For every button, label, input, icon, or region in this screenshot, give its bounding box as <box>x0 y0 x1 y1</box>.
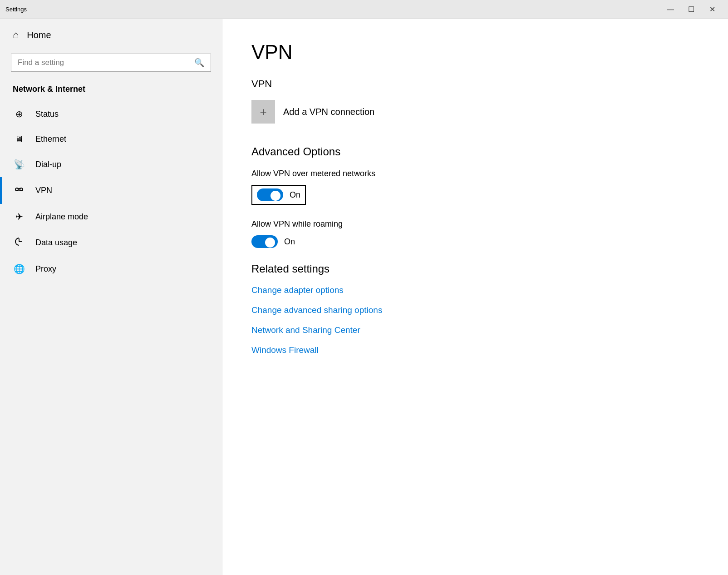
link-change-adapter[interactable]: Change adapter options <box>251 285 699 295</box>
home-icon: ⌂ <box>13 29 19 41</box>
main-layout: ⌂ Home 🔍 Network & Internet ⊕ Status 🖥 E… <box>0 19 728 575</box>
add-vpn-plus-icon: + <box>251 100 275 124</box>
link-windows-firewall[interactable]: Windows Firewall <box>251 345 699 355</box>
vpn-section-label: VPN <box>251 78 699 90</box>
related-settings-title: Related settings <box>251 263 699 275</box>
sidebar-item-home[interactable]: ⌂ Home <box>0 19 222 51</box>
sidebar-item-datausage[interactable]: Data usage <box>0 229 222 256</box>
option2-label: Allow VPN while roaming <box>251 219 699 229</box>
link-advanced-sharing[interactable]: Change advanced sharing options <box>251 305 699 315</box>
toggle1-state: On <box>290 190 300 200</box>
sidebar-section-title: Network & Internet <box>0 81 222 101</box>
toggle2-state: On <box>284 237 295 247</box>
toggle1-knob <box>271 191 280 201</box>
toggle2-knob <box>265 238 275 248</box>
toggle2-switch[interactable] <box>251 235 278 248</box>
search-icon: 🔍 <box>194 58 204 68</box>
ethernet-icon: 🖥 <box>13 134 25 144</box>
sidebar-item-dialup[interactable]: 📡 Dial-up <box>0 152 222 177</box>
sidebar-item-proxy[interactable]: 🌐 Proxy <box>0 256 222 282</box>
sidebar-item-dialup-label: Dial-up <box>35 160 61 169</box>
sidebar-search-box[interactable]: 🔍 <box>11 54 211 72</box>
sidebar-item-status-label: Status <box>35 109 59 119</box>
proxy-icon: 🌐 <box>13 263 25 274</box>
close-button[interactable]: ✕ <box>702 0 723 19</box>
toggle1-switch[interactable] <box>257 188 283 201</box>
title-bar: Settings — ☐ ✕ <box>0 0 728 19</box>
page-title: VPN <box>251 41 699 64</box>
airplane-icon: ✈ <box>13 211 25 222</box>
link-network-sharing-center[interactable]: Network and Sharing Center <box>251 325 699 335</box>
toggle1-row: On <box>251 185 699 205</box>
minimize-button[interactable]: — <box>660 0 681 19</box>
toggle1-focus-box: On <box>251 185 306 205</box>
home-label: Home <box>27 30 51 40</box>
sidebar-item-datausage-label: Data usage <box>35 238 77 248</box>
option1-label: Allow VPN over metered networks <box>251 169 699 178</box>
advanced-options-title: Advanced Options <box>251 145 699 158</box>
datausage-icon <box>13 237 25 249</box>
vpn-icon <box>13 184 25 197</box>
sidebar-item-vpn-label: VPN <box>35 186 52 195</box>
add-vpn-label: Add a VPN connection <box>283 107 374 117</box>
svg-point-1 <box>20 188 23 191</box>
maximize-button[interactable]: ☐ <box>681 0 702 19</box>
sidebar-item-status[interactable]: ⊕ Status <box>0 101 222 127</box>
sidebar-item-airplane-label: Airplane mode <box>35 212 88 222</box>
dialup-icon: 📡 <box>13 159 25 170</box>
status-icon: ⊕ <box>13 109 25 119</box>
sidebar-item-vpn[interactable]: VPN <box>0 177 222 204</box>
svg-point-0 <box>15 188 18 191</box>
window-controls: — ☐ ✕ <box>660 0 723 19</box>
toggle2-row: On <box>251 235 699 248</box>
sidebar: ⌂ Home 🔍 Network & Internet ⊕ Status 🖥 E… <box>0 19 222 575</box>
sidebar-item-airplane[interactable]: ✈ Airplane mode <box>0 204 222 229</box>
content-area: VPN VPN + Add a VPN connection Advanced … <box>222 19 728 575</box>
sidebar-item-ethernet[interactable]: 🖥 Ethernet <box>0 127 222 152</box>
sidebar-item-ethernet-label: Ethernet <box>35 134 66 144</box>
app-title: Settings <box>5 6 27 13</box>
sidebar-item-proxy-label: Proxy <box>35 264 56 274</box>
add-vpn-button[interactable]: + Add a VPN connection <box>251 100 374 124</box>
search-input[interactable] <box>18 58 190 67</box>
